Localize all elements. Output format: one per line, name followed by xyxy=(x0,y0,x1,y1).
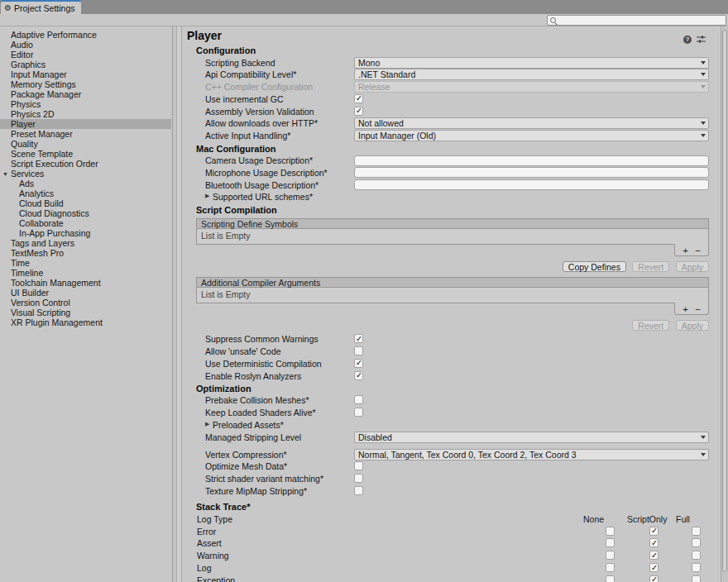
api-compatibility-level-dropdown[interactable]: .NET Standard xyxy=(354,69,709,80)
preset-sliders-icon[interactable] xyxy=(697,32,706,47)
managed-stripping-level-dropdown[interactable]: Disabled xyxy=(354,432,709,443)
add-button[interactable]: + xyxy=(679,304,692,315)
stacktrace-log-full-checkbox[interactable] xyxy=(692,563,701,572)
microphone-usage-description-input[interactable] xyxy=(354,167,709,178)
stacktrace-error-none-checkbox[interactable] xyxy=(606,527,615,536)
stacktrace-warning-none-checkbox[interactable] xyxy=(606,551,615,560)
add-button[interactable]: + xyxy=(679,246,692,256)
stacktrace-error-scriptonly-checkbox[interactable] xyxy=(649,527,659,536)
suppress-common-warnings-checkbox[interactable] xyxy=(354,334,363,343)
camera-usage-description-input[interactable] xyxy=(354,155,709,166)
sidebar-item-editor[interactable]: Editor xyxy=(0,50,171,60)
supported-url-schemes-foldout[interactable]: Supported URL schemes* xyxy=(213,192,313,202)
sidebar-item-textmesh-pro[interactable]: TextMesh Pro xyxy=(0,248,171,258)
bluetooth-usage-description-input[interactable] xyxy=(354,179,709,190)
setting-row: Microphone Usage Description* xyxy=(183,166,721,179)
allow-downloads-over-http-dropdown[interactable]: Not allowed xyxy=(354,117,709,129)
sidebar-item-ui-builder[interactable]: UI Builder xyxy=(0,288,171,298)
sidebar-item-in-app-purchasing[interactable]: In-App Purchasing xyxy=(0,228,171,238)
stacktrace-log-none-checkbox[interactable] xyxy=(606,563,615,572)
sidebar-item-preset-manager[interactable]: Preset Manager xyxy=(0,129,171,139)
setting-row: Use incremental GC xyxy=(183,93,721,105)
allow-unsafe-code-checkbox[interactable] xyxy=(354,346,363,355)
keep-loaded-shaders-alive-checkbox[interactable] xyxy=(354,408,363,417)
setting-row: ▶ Preloaded Assets* xyxy=(183,419,721,432)
active-input-handling-dropdown[interactable]: Input Manager (Old) xyxy=(354,130,709,141)
setting-row: Keep Loaded Shaders Alive* xyxy=(183,407,721,419)
settings-category-list: Adaptive Performance Audio Editor Graphi… xyxy=(0,26,171,582)
stacktrace-exception-full-checkbox[interactable] xyxy=(692,575,701,582)
copy-defines-button[interactable]: Copy Defines xyxy=(563,261,626,272)
setting-row: Api Compatibility Level* .NET Standard xyxy=(183,69,721,81)
remove-button[interactable]: − xyxy=(692,304,704,315)
setting-row: ▶ Supported URL schemes* xyxy=(183,191,721,203)
help-icon[interactable]: ? xyxy=(683,36,692,44)
sidebar-item-toolchain-management[interactable]: Toolchain Management xyxy=(0,278,171,288)
scripting-backend-dropdown[interactable]: Mono xyxy=(354,57,709,69)
stacktrace-assert-full-checkbox[interactable] xyxy=(692,538,701,547)
vertex-compression-dropdown[interactable]: Normal, Tangent, Tex Coord 0, Tex Coord … xyxy=(354,449,709,460)
scrollbar-thumb[interactable] xyxy=(722,30,727,572)
revert-button[interactable]: Revert xyxy=(632,261,669,272)
sidebar-item-cloud-build[interactable]: Cloud Build xyxy=(0,198,171,208)
sidebar-item-input-manager[interactable]: Input Manager xyxy=(0,69,171,79)
sidebar-item-graphics[interactable]: Graphics xyxy=(0,60,171,69)
log-type-label: Log Type xyxy=(197,514,232,524)
sidebar-item-physics-2d[interactable]: Physics 2D xyxy=(0,109,171,119)
sidebar-item-package-manager[interactable]: Package Manager xyxy=(0,89,171,99)
vertical-scrollbar[interactable] xyxy=(721,26,728,582)
stacktrace-assert-scriptonly-checkbox[interactable] xyxy=(649,538,659,547)
search-input[interactable] xyxy=(560,16,717,23)
revert-button[interactable]: Revert xyxy=(632,320,669,331)
stacktrace-error-full-checkbox[interactable] xyxy=(692,527,701,536)
sidebar-item-cloud-diagnostics[interactable]: Cloud Diagnostics xyxy=(0,208,171,218)
sidebar-item-quality[interactable]: Quality xyxy=(0,139,171,149)
stacktrace-exception-none-checkbox[interactable] xyxy=(606,575,615,582)
sidebar-item-scene-template[interactable]: Scene Template xyxy=(0,149,171,159)
sidebar-item-script-execution-order[interactable]: Script Execution Order xyxy=(0,159,171,169)
stacktrace-log-scriptonly-checkbox[interactable] xyxy=(649,563,659,572)
sidebar-item-version-control[interactable]: Version Control xyxy=(0,298,171,308)
sidebar-item-ads[interactable]: Ads xyxy=(0,179,171,188)
sidebar-item-timeline[interactable]: Timeline xyxy=(0,268,171,278)
sidebar-splitter[interactable] xyxy=(171,26,183,582)
sidebar-item-xr-plugin-management[interactable]: XR Plugin Management xyxy=(0,317,171,327)
use-incremental-gc-checkbox[interactable] xyxy=(354,94,363,103)
apply-button[interactable]: Apply xyxy=(676,320,709,331)
sidebar-item-tags-and-layers[interactable]: Tags and Layers xyxy=(0,238,171,248)
sidebar-item-time[interactable]: Time xyxy=(0,258,171,268)
setting-row: C++ Compiler Configuration Release xyxy=(183,81,721,93)
foldout-triangle-icon[interactable]: ▶ xyxy=(205,421,209,427)
stacktrace-warning-scriptonly-checkbox[interactable] xyxy=(649,551,659,560)
sidebar-item-physics[interactable]: Physics xyxy=(0,99,171,109)
remove-button[interactable]: − xyxy=(692,246,704,256)
assembly-version-validation-checkbox[interactable] xyxy=(354,107,363,116)
sidebar-item-services[interactable]: ▼Services xyxy=(0,169,171,179)
sidebar-item-adaptive-performance[interactable]: Adaptive Performance xyxy=(0,30,171,40)
use-deterministic-compilation-checkbox[interactable] xyxy=(354,359,363,368)
search-field[interactable] xyxy=(547,15,726,26)
sidebar-item-audio[interactable]: Audio xyxy=(0,40,171,50)
strict-shader-variant-matching-checkbox[interactable] xyxy=(354,474,363,483)
preloaded-assets-foldout[interactable]: Preloaded Assets* xyxy=(213,420,284,430)
foldout-triangle-icon[interactable]: ▶ xyxy=(205,193,209,199)
setting-label: Camera Usage Description* xyxy=(205,155,313,165)
column-header-scriptonly: ScriptOnly xyxy=(627,514,667,524)
apply-button[interactable]: Apply xyxy=(676,261,709,272)
dropdown-arrow-icon xyxy=(701,436,706,439)
texture-mipmap-stripping-checkbox[interactable] xyxy=(354,486,363,495)
optimize-mesh-data-checkbox[interactable] xyxy=(354,461,363,470)
stacktrace-exception-scriptonly-checkbox[interactable] xyxy=(649,575,659,582)
sidebar-item-memory-settings[interactable]: Memory Settings xyxy=(0,79,171,89)
stacktrace-warning-full-checkbox[interactable] xyxy=(692,551,701,560)
tab-project-settings[interactable]: ⚙ Project Settings xyxy=(1,0,81,14)
setting-label: Managed Stripping Level xyxy=(205,432,301,442)
setting-label: Optimize Mesh Data* xyxy=(205,461,287,471)
sidebar-item-player[interactable]: Player xyxy=(0,119,171,129)
enable-roslyn-analyzers-checkbox[interactable] xyxy=(354,371,363,380)
stacktrace-assert-none-checkbox[interactable] xyxy=(606,538,615,547)
sidebar-item-visual-scripting[interactable]: Visual Scripting xyxy=(0,308,171,317)
sidebar-item-collaborate[interactable]: Collaborate xyxy=(0,218,171,228)
prebake-collision-meshes-checkbox[interactable] xyxy=(354,395,363,404)
sidebar-item-analytics[interactable]: Analytics xyxy=(0,188,171,198)
